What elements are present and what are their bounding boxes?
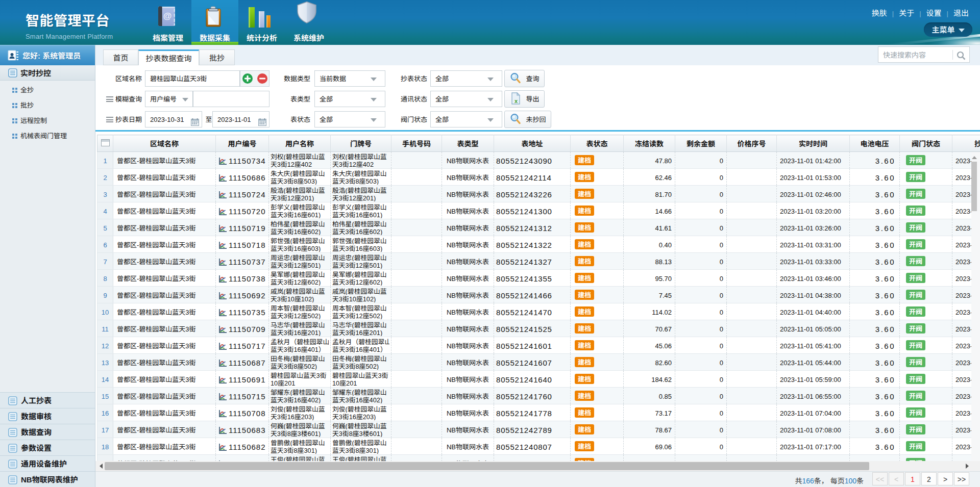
svg-text:@: @	[163, 11, 172, 21]
svg-text:x: x	[514, 98, 518, 104]
